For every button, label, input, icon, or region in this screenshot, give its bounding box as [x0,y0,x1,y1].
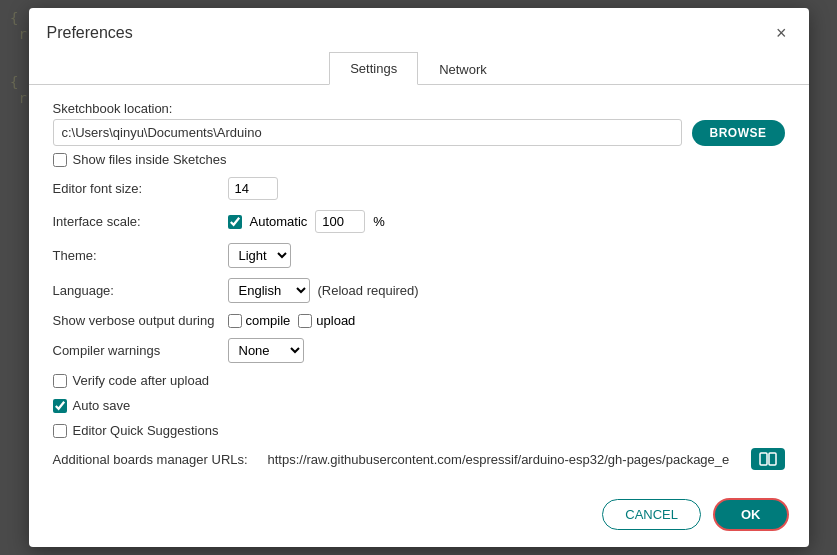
show-files-label: Show files inside Sketches [73,152,227,167]
interface-scale-label: Interface scale: [53,214,228,229]
compile-label: compile [246,313,291,328]
quick-suggestions-checkbox[interactable] [53,424,67,438]
auto-save-label: Auto save [73,398,131,413]
verify-code-label: Verify code after upload [73,373,210,388]
show-files-row: Show files inside Sketches [53,152,785,167]
editor-quick-suggestions-row: Editor Quick Suggestions [53,423,785,438]
interface-scale-controls: Automatic % [228,210,385,233]
tab-network[interactable]: Network [418,52,508,85]
editor-font-size-label: Editor font size: [53,181,228,196]
verify-code-row: Verify code after upload [53,373,785,388]
show-files-checkbox[interactable] [53,153,67,167]
verify-code-checkbox[interactable] [53,374,67,388]
language-row: Language: English Chinese Spanish French… [53,278,785,303]
additional-boards-row: Additional boards manager URLs: [53,448,785,470]
verbose-output-row: Show verbose output during compile uploa… [53,313,785,328]
upload-verbose-item: upload [298,313,355,328]
sketchbook-section: Sketchbook location: BROWSE [53,101,785,146]
quick-suggestions-label: Editor Quick Suggestions [73,423,219,438]
dialog-title: Preferences [47,24,133,42]
auto-save-checkbox[interactable] [53,399,67,413]
edit-icon [759,452,777,466]
preferences-dialog: Preferences × Settings Network Sketchboo… [29,8,809,547]
sketchbook-path-input[interactable] [53,119,682,146]
additional-boards-edit-button[interactable] [751,448,785,470]
sketchbook-label: Sketchbook location: [53,101,785,116]
sketchbook-input-row: BROWSE [53,119,785,146]
dialog-header: Preferences × [29,8,809,44]
auto-save-row: Auto save [53,398,785,413]
scale-unit: % [373,214,385,229]
compile-verbose-checkbox[interactable] [228,314,242,328]
additional-boards-label: Additional boards manager URLs: [53,452,268,467]
svg-rect-1 [769,453,776,465]
upload-verbose-checkbox[interactable] [298,314,312,328]
automatic-label: Automatic [250,214,308,229]
upload-label: upload [316,313,355,328]
compiler-warnings-row: Compiler warnings None Default More All [53,338,785,363]
compiler-warnings-label: Compiler warnings [53,343,228,358]
compile-verbose-item: compile [228,313,291,328]
scale-value-input[interactable] [315,210,365,233]
cancel-button[interactable]: CANCEL [602,499,701,530]
ok-button[interactable]: OK [713,498,789,531]
browse-button[interactable]: BROWSE [692,120,785,146]
dialog-footer: CANCEL OK [29,490,809,547]
tabs-row: Settings Network [29,52,809,85]
reload-note: (Reload required) [318,283,419,298]
theme-select[interactable]: Light Dark [228,243,291,268]
interface-scale-row: Interface scale: Automatic % [53,210,785,233]
compiler-warnings-select[interactable]: None Default More All [228,338,304,363]
theme-row: Theme: Light Dark [53,243,785,268]
settings-content: Sketchbook location: BROWSE Show files i… [29,85,809,490]
verbose-output-label: Show verbose output during [53,313,228,328]
verbose-controls: compile upload [228,313,356,328]
tab-settings[interactable]: Settings [329,52,418,85]
language-label: Language: [53,283,228,298]
svg-rect-0 [760,453,767,465]
theme-label: Theme: [53,248,228,263]
close-button[interactable]: × [772,22,791,44]
additional-boards-url-input[interactable] [268,452,751,467]
editor-font-size-input[interactable] [228,177,278,200]
language-select[interactable]: English Chinese Spanish French [228,278,310,303]
editor-font-size-row: Editor font size: [53,177,785,200]
auto-scale-checkbox[interactable] [228,215,242,229]
